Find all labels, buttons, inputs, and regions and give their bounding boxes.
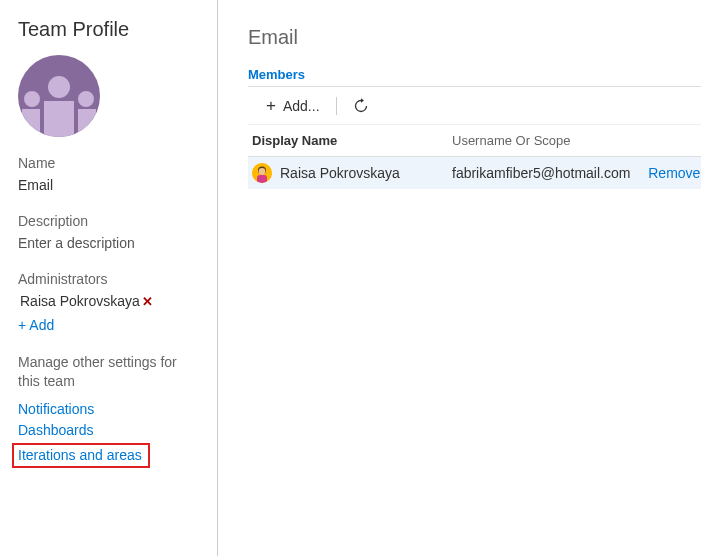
svg-rect-3 — [44, 101, 74, 137]
table-row[interactable]: Raisa Pokrovskaya fabrikamfiber5@hotmail… — [248, 157, 701, 189]
manage-settings-heading: Manage other settings for this team — [18, 353, 201, 391]
administrator-name: Raisa Pokrovskaya — [20, 293, 140, 309]
row-display-cell: Raisa Pokrovskaya — [252, 163, 452, 183]
name-label: Name — [18, 155, 201, 171]
members-table-header: Display Name Username Or Scope — [248, 125, 701, 157]
member-username: fabrikamfiber5@hotmail.com — [452, 165, 630, 181]
svg-rect-5 — [78, 109, 96, 137]
main-panel: Email Members + Add... Display Name User… — [218, 0, 701, 556]
add-admin-link[interactable]: + Add — [18, 317, 201, 333]
team-profile-sidebar: Team Profile Name Email Description Ente… — [0, 0, 218, 556]
team-avatar[interactable] — [18, 55, 100, 137]
dashboards-link[interactable]: Dashboards — [18, 422, 201, 438]
refresh-button[interactable] — [347, 94, 375, 118]
column-username: Username Or Scope — [452, 133, 630, 148]
person-icon — [252, 163, 272, 183]
description-placeholder[interactable]: Enter a description — [18, 235, 201, 251]
people-icon — [18, 75, 100, 137]
column-action — [630, 133, 700, 148]
toolbar-separator — [336, 97, 337, 115]
remove-admin-icon[interactable]: ✕ — [142, 294, 153, 309]
column-display-name: Display Name — [252, 133, 452, 148]
svg-rect-9 — [257, 175, 267, 183]
member-avatar — [252, 163, 272, 183]
settings-links: Notifications Dashboards Iterations and … — [18, 401, 201, 468]
refresh-icon — [353, 98, 369, 114]
administrators-label: Administrators — [18, 271, 201, 287]
remove-member-link[interactable]: Remove — [648, 165, 700, 181]
svg-point-1 — [24, 91, 40, 107]
add-member-label: Add... — [283, 98, 320, 114]
svg-rect-4 — [22, 109, 40, 137]
name-value[interactable]: Email — [18, 177, 201, 193]
plus-icon: + — [266, 97, 276, 114]
iterations-highlight: Iterations and areas — [12, 443, 150, 468]
notifications-link[interactable]: Notifications — [18, 401, 201, 417]
member-display-name: Raisa Pokrovskaya — [280, 165, 400, 181]
members-toolbar: + Add... — [248, 86, 701, 125]
svg-point-8 — [259, 168, 266, 175]
iterations-and-areas-link[interactable]: Iterations and areas — [18, 447, 142, 463]
sidebar-title: Team Profile — [18, 18, 201, 41]
members-tab[interactable]: Members — [248, 67, 701, 82]
add-member-button[interactable]: + Add... — [260, 93, 326, 118]
administrator-row: Raisa Pokrovskaya ✕ — [20, 293, 201, 309]
description-label: Description — [18, 213, 201, 229]
svg-point-2 — [78, 91, 94, 107]
svg-point-0 — [48, 76, 70, 98]
main-title: Email — [248, 26, 701, 49]
